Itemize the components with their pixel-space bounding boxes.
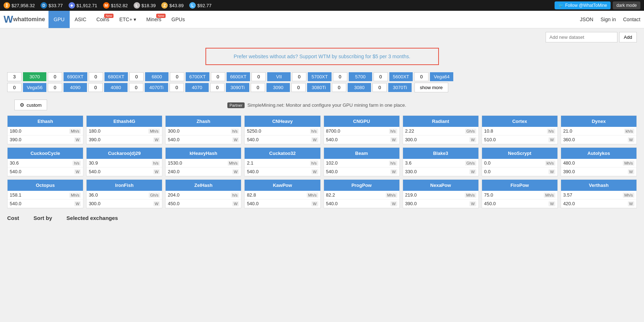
gpu-vii[interactable]: VII (267, 72, 291, 81)
card-power-value: 330.0 (405, 169, 417, 174)
gpu-count-6600xt[interactable] (211, 72, 225, 81)
nav-contact[interactable]: Contact (623, 17, 640, 22)
gpu-count-4080[interactable] (88, 83, 103, 92)
gpu-count-vii[interactable] (251, 72, 266, 81)
gpu-count-3070[interactable] (7, 72, 22, 81)
price-ltc: Ł $18.39 (134, 2, 156, 9)
gpu-count-5700xt[interactable] (292, 72, 306, 81)
gpu-count-6900xt[interactable] (48, 72, 62, 81)
gpu-6700xt[interactable]: 6700XT (186, 72, 209, 81)
card-header-cuckaroo(d)29[interactable]: Cuckaroo(d)29 (87, 148, 162, 159)
gpu-6800[interactable]: 6800 (145, 72, 168, 81)
mining-card-kawpow: KawPow 82.8 Mh/s 540.0 W (244, 179, 320, 208)
gpu-3070[interactable]: 3070 (23, 72, 46, 81)
card-header-cnheavy[interactable]: CNHeavy (245, 116, 320, 127)
gpu-4070ti[interactable]: 4070Ti (145, 83, 168, 92)
card-header-radiant[interactable]: Radiant (403, 116, 478, 127)
card-header-cuckatoo32[interactable]: Cuckatoo32 (245, 148, 320, 159)
card-header-dynex[interactable]: Dynex (561, 116, 636, 127)
card-header-octopus[interactable]: Octopus (8, 180, 83, 191)
card-header-firopow[interactable]: FiroPow (482, 180, 557, 191)
card-power-row: 390.0 W (87, 135, 162, 144)
gpu-6900xt[interactable]: 6900XT (64, 72, 87, 81)
gpu-count-4090[interactable] (48, 83, 62, 92)
gpu-4070[interactable]: 4070 (185, 83, 209, 92)
card-header-zelhash[interactable]: ZelHash (166, 180, 241, 191)
gpu-count-vega64[interactable] (414, 72, 428, 81)
gpu-6800xt[interactable]: 6800XT (105, 72, 128, 81)
gpu-4090[interactable]: 4090 (64, 83, 87, 92)
card-header-ethash4g[interactable]: Ethash4G (87, 116, 162, 127)
card-hash-row: 158.1 Mh/s (8, 191, 83, 199)
card-header-beam[interactable]: Beam (324, 148, 399, 159)
custom-button[interactable]: ⚙ custom (14, 100, 47, 110)
logo[interactable]: W whattomine (4, 14, 45, 25)
dataset-input[interactable] (546, 32, 617, 42)
card-header-nexapow[interactable]: NexaPow (403, 180, 478, 191)
show-more-button[interactable]: show more (414, 83, 448, 92)
card-power-row: 540.0 W (166, 135, 241, 144)
gpu-6600xt[interactable]: 6600XT (227, 72, 250, 81)
gpu-vega64[interactable]: Vega64 (430, 72, 453, 81)
gpu-vega56[interactable]: Vega56 (23, 83, 46, 92)
follow-button[interactable]: 🐦 Follow @WhatToMine (555, 1, 611, 9)
gpu-count-3070ti[interactable] (372, 83, 387, 92)
card-header-kawpow[interactable]: KawPow (245, 180, 320, 191)
price-dash: D $33.77 (41, 2, 63, 9)
card-header-neoscrypt[interactable]: NeoScrypt (482, 148, 557, 159)
gpu-count-4070[interactable] (170, 83, 184, 92)
nav-gpus[interactable]: GPUs (166, 11, 190, 28)
card-header-blake3[interactable]: Blake3 (403, 148, 478, 159)
gpu-count-5700[interactable] (333, 72, 347, 81)
gpu-count-5600xt[interactable] (374, 72, 388, 81)
gpu-count-6800xt[interactable] (89, 72, 103, 81)
gpu-count-3080ti[interactable] (291, 83, 306, 92)
gpu-count-3080[interactable] (332, 83, 346, 92)
dataset-add-button[interactable]: Add (619, 32, 637, 42)
gpu-3090ti[interactable]: 3090Ti (226, 83, 249, 92)
card-header-cngpu[interactable]: CNGPU (324, 116, 399, 127)
card-hash-unit: h/s (152, 161, 160, 166)
card-header-ironfish[interactable]: IronFish (87, 180, 162, 191)
card-header-ethash[interactable]: Ethash (8, 116, 83, 127)
gpu-3080[interactable]: 3080 (348, 83, 371, 92)
gpu-count-3090ti[interactable] (210, 83, 224, 92)
nav-signin[interactable]: Sign in (601, 17, 616, 22)
nav-coins[interactable]: Coins New (91, 11, 114, 28)
card-header-autolykos[interactable]: Autolykos (561, 148, 636, 159)
mining-card-cngpu: CNGPU 8700.0 h/s 540.0 W (324, 115, 400, 144)
card-header-cuckoocycle[interactable]: CuckooCycle (8, 148, 83, 159)
gpu-3070ti[interactable]: 3070Ti (388, 83, 412, 92)
nav-miners[interactable]: Miners New (141, 11, 166, 28)
gpu-5600xt[interactable]: 5600XT (389, 72, 413, 81)
navigation: W whattomine GPU ASIC Coins New ETC+ ▾ M… (0, 11, 644, 28)
gpu-3090[interactable]: 3090 (267, 83, 290, 92)
nav-json[interactable]: JSON (580, 17, 593, 22)
gpu-3080ti[interactable]: 3080Ti (307, 83, 330, 92)
card-hash-value: 300.0 (168, 128, 180, 134)
gpu-count-vega56[interactable] (7, 83, 22, 92)
dark-mode-button[interactable]: dark mode (613, 1, 640, 9)
btc-value: $27,958.32 (11, 3, 35, 8)
gpu-count-4070ti[interactable] (129, 83, 143, 92)
gpu-count-3090[interactable] (251, 83, 265, 92)
card-header-progpow[interactable]: ProgPow (324, 180, 399, 191)
nav-gpu[interactable]: GPU (48, 11, 69, 28)
gpu-5700xt[interactable]: 5700XT (308, 72, 332, 81)
card-hash-row: 10.8 h/s (482, 127, 557, 135)
gpu-count-6800[interactable] (129, 72, 144, 81)
card-header-verthash[interactable]: Verthash (561, 180, 636, 191)
gpu-4080[interactable]: 4080 (104, 83, 128, 92)
nav-etc[interactable]: ETC+ ▾ (114, 11, 141, 28)
gpu-5700[interactable]: 5700 (349, 72, 372, 81)
mining-card-zhash: Zhash 300.0 h/s 540.0 W (165, 115, 241, 144)
card-header-zhash[interactable]: Zhash (166, 116, 241, 127)
card-header-cortex[interactable]: Cortex (482, 116, 557, 127)
card-power-value: 390.0 (563, 169, 575, 174)
card-power-value: 540.0 (247, 137, 259, 142)
gpu-count-6700xt[interactable] (170, 72, 184, 81)
card-header-kheavyhash[interactable]: kHeavyHash (166, 148, 241, 159)
nav-asic[interactable]: ASIC (70, 11, 92, 28)
mining-card-cortex: Cortex 10.8 h/s 510.0 W (482, 115, 558, 144)
card-hash-row: 180.0 Mh/s (8, 127, 83, 135)
